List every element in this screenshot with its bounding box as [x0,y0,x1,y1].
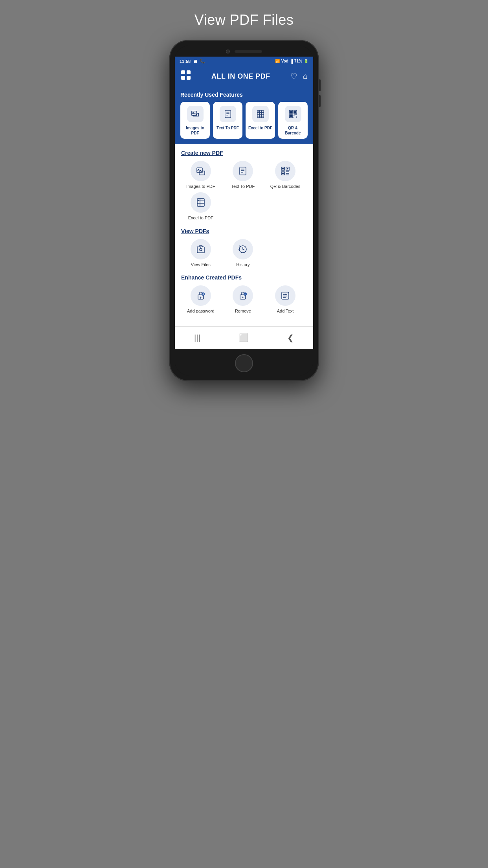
remove-icon [233,285,253,306]
create-pdf-section: Create new PDF Images [181,150,307,221]
header-actions: ♡ ⌂ [290,72,308,81]
recent-images-icon [187,106,204,122]
status-monitor-icon: 🖥 [193,59,197,64]
battery-label: 71% [294,59,302,63]
recently-used-section: Recently Used Features Images to PDF [175,88,313,144]
svg-rect-62 [282,292,289,299]
view-files-label: View Files [191,262,211,267]
status-phone-icon: 📞 [200,59,205,64]
svg-rect-20 [294,111,296,113]
recent-card-qr[interactable]: QR & Barcode [278,102,308,139]
enhance-pdfs-section: Enhance Created PDFs [181,274,307,314]
text-pdf-icon [233,161,253,181]
nav-home-icon[interactable]: ⬜ [231,331,257,344]
grid-menu-icon[interactable] [180,70,191,83]
carrier-label: Vod [281,59,288,63]
view-pdfs-grid: View Files History [181,239,307,267]
svg-rect-37 [282,168,284,169]
home-button[interactable] [235,354,253,372]
app-header: ALL IN ONE PDF ♡ ⌂ [175,66,313,88]
view-files-icon [191,239,211,259]
wifi-icon: 📶 [275,59,280,63]
svg-line-28 [296,116,297,118]
recent-excel-label: Excel to PDF [248,125,272,131]
svg-rect-3 [187,76,191,80]
svg-line-27 [294,116,295,116]
nav-menu-icon[interactable]: ||| [186,332,208,344]
recent-qr-label: QR & Barcode [281,125,305,136]
create-pdf-title: Create new PDF [181,150,307,156]
svg-rect-32 [240,167,246,175]
screen-content: 11:58 🖥 📞 📶 Vod ▐ 71% 🔋 [175,57,313,349]
feature-add-text[interactable]: Add Text [266,285,305,314]
svg-rect-29 [197,168,202,173]
excel-pdf-icon [191,192,211,213]
home-icon[interactable]: ⌂ [303,72,308,81]
create-pdf-grid: Images to PDF Text [181,161,307,221]
feature-history[interactable]: History [224,239,263,267]
svg-rect-0 [181,70,185,74]
recent-card-text-pdf[interactable]: Text To PDF [213,102,242,139]
feature-excel-pdf[interactable]: Excel to PDF [181,192,220,221]
recently-used-title: Recently Used Features [180,92,308,98]
recent-images-label: Images to PDF [183,125,207,136]
svg-rect-6 [225,110,231,118]
favorite-icon[interactable]: ♡ [290,72,297,81]
app-title: ALL IN ONE PDF [211,72,270,81]
volume-button-2 [319,95,321,107]
speaker [235,50,262,53]
remove-label: Remove [235,308,251,314]
status-right: 📶 Vod ▐ 71% 🔋 [275,59,308,63]
svg-rect-4 [191,111,196,116]
feature-add-password[interactable]: Add password [181,285,220,314]
svg-point-59 [242,296,244,298]
qr-barcodes-label: QR & Barcodes [270,184,300,189]
add-password-label: Add password [187,308,215,314]
svg-rect-2 [181,76,185,80]
add-text-icon [275,285,295,306]
recent-card-excel-pdf[interactable]: X Excel to PDF [246,102,275,139]
svg-point-49 [200,248,202,251]
recent-text-label: Text To PDF [216,125,239,131]
signal-icon: ▐ [290,59,293,63]
phone-bottom-bar [175,349,313,375]
history-label: History [236,262,250,267]
feature-images-pdf[interactable]: Images to PDF [181,161,220,189]
images-pdf-label: Images to PDF [186,184,215,189]
add-password-icon [191,285,211,306]
svg-rect-1 [187,70,191,74]
recent-qr-icon [285,106,301,122]
view-pdfs-section: View PDFs View Files [181,228,307,267]
feature-text-pdf[interactable]: Text To PDF [224,161,263,189]
svg-rect-39 [287,168,288,169]
enhance-pdfs-grid: Add password [181,285,307,314]
recent-card-images-pdf[interactable]: Images to PDF [180,102,210,139]
history-icon [233,239,253,259]
view-pdfs-title: View PDFs [181,228,307,234]
front-camera [226,50,230,53]
battery-icon: 🔋 [304,59,308,63]
enhance-pdfs-title: Enhance Created PDFs [181,274,307,281]
svg-point-53 [200,296,201,298]
recent-text-icon [220,106,236,122]
feature-remove[interactable]: Remove [224,285,263,314]
svg-text:X: X [258,110,259,112]
status-time: 11:58 [180,59,191,64]
status-left: 11:58 🖥 📞 [180,59,205,64]
volume-button [319,79,321,91]
svg-rect-22 [290,116,292,117]
svg-rect-41 [282,173,284,174]
feature-view-files[interactable]: View Files [181,239,220,267]
recent-cards-container: Images to PDF Text To PDF [180,102,308,139]
bottom-navigation: ||| ⬜ ❮ [175,326,313,349]
feature-qr-barcodes[interactable]: QR & Barcodes [266,161,305,189]
images-pdf-icon [191,161,211,181]
text-pdf-label: Text To PDF [231,184,255,189]
nav-back-icon[interactable]: ❮ [279,331,302,344]
phone-screen: 11:58 🖥 📞 📶 Vod ▐ 71% 🔋 [175,46,313,375]
svg-rect-18 [290,111,292,113]
page-title: View PDF Files [194,12,294,28]
add-text-label: Add Text [277,308,294,314]
phone-shell: 11:58 🖥 📞 📶 Vod ▐ 71% 🔋 [169,40,319,381]
qr-barcodes-icon [275,161,295,181]
